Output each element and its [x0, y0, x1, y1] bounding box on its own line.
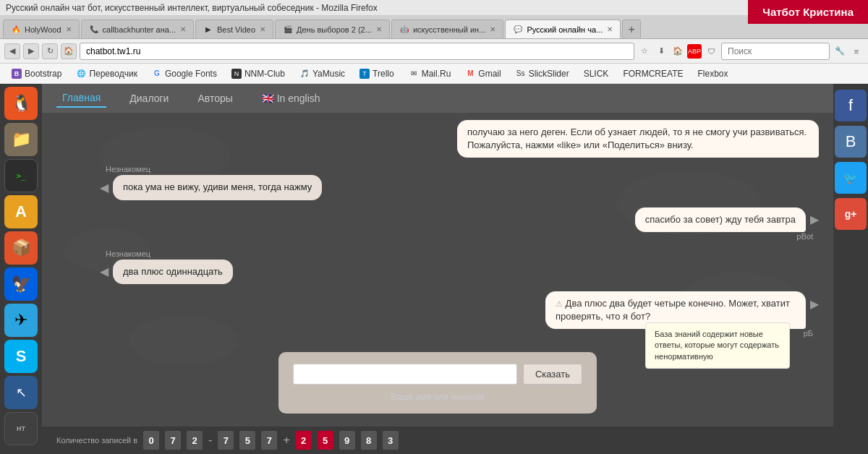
- ubuntu-dock: 🐧 📁 >_ A 📦 🦅 ✈ S ↖ HT: [0, 84, 42, 454]
- tab-hollywood[interactable]: 🔥 HolyWood ✕: [3, 20, 80, 38]
- url-input[interactable]: [80, 43, 634, 60]
- sender-name: Незнакомец: [106, 165, 322, 174]
- home-addr-icon[interactable]: 🏠: [671, 44, 685, 59]
- skype-icon[interactable]: S: [4, 340, 38, 373]
- tab-label: HolyWood: [25, 25, 61, 34]
- tab-favicon: ▶: [203, 25, 213, 35]
- telegram-icon[interactable]: ✈: [4, 304, 38, 337]
- tab-label: День выборов 2 (2...: [297, 25, 372, 34]
- tab-callbackhunter[interactable]: 📞 callbackhunter ана... ✕: [81, 20, 194, 38]
- bookmark-nnm[interactable]: N NNM-Club: [226, 66, 291, 82]
- tab-close[interactable]: ✕: [180, 25, 186, 33]
- send-button[interactable]: Сказать: [523, 364, 582, 385]
- tab-label: Best Video: [217, 25, 255, 34]
- cursor-tool-icon[interactable]: ↖: [4, 376, 38, 409]
- googleplus-button[interactable]: g+: [835, 198, 867, 230]
- tab-dayofvote[interactable]: 🎬 День выборов 2 (2... ✕: [275, 20, 390, 38]
- tab-favicon: 🔥: [11, 25, 21, 35]
- tab-label: Русский онлайн ча...: [527, 25, 603, 34]
- bookmark-slick[interactable]: SLICK: [578, 66, 615, 82]
- message-input[interactable]: [293, 364, 517, 385]
- tab-bestvideo[interactable]: ▶ Best Video ✕: [195, 20, 273, 38]
- bookmark-trello[interactable]: T Trello: [354, 66, 400, 82]
- address-bar: ◀ ▶ ↻ 🏠 ☆ ⬇ 🏠 ABP 🛡 🔧 ≡: [0, 39, 868, 64]
- nav-dialogi[interactable]: Диалоги: [124, 90, 174, 107]
- tab-ai[interactable]: 🤖 искусственный ин... ✕: [391, 20, 503, 38]
- bookmark-flexbox[interactable]: Flexbox: [692, 66, 733, 82]
- tab-close[interactable]: ✕: [260, 25, 265, 33]
- terminal-icon[interactable]: >_: [4, 159, 38, 192]
- nav-avtory[interactable]: Авторы: [192, 90, 238, 107]
- nav-english[interactable]: 🇬🇧 In english: [256, 90, 326, 107]
- httrack-icon[interactable]: HT: [4, 412, 38, 445]
- shield-icon[interactable]: 🛡: [704, 44, 718, 59]
- bookmark-translator[interactable]: 🌐 Переводчик: [70, 66, 143, 82]
- files-icon[interactable]: 📁: [4, 123, 38, 156]
- digit-7b: 7: [218, 431, 234, 450]
- message-group: спасибо за совет) жду тебя завтра ▶ рBot: [635, 207, 819, 242]
- trello-icon: T: [359, 69, 370, 79]
- bookmarks-bar: B Bootstrap 🌐 Переводчик G Google Fonts …: [0, 64, 868, 84]
- bookmark-formcreate[interactable]: FORMCREATE: [617, 66, 689, 82]
- message-row: получаю за него деген. Если об узнает лю…: [56, 120, 819, 158]
- search-input[interactable]: [721, 43, 830, 60]
- tab-close[interactable]: ✕: [490, 25, 495, 33]
- reload-button[interactable]: ↻: [42, 43, 58, 59]
- plus-sep: +: [283, 434, 289, 447]
- bookmark-bootstrap[interactable]: B Bootstrap: [6, 66, 67, 82]
- popup-text: База знаний содержит новые ответы, котор…: [655, 330, 779, 361]
- tab-close[interactable]: ✕: [607, 25, 613, 33]
- input-panel: Сказать Ваше имя или никнейм: [278, 352, 597, 414]
- vkontakte-button[interactable]: В: [835, 126, 867, 158]
- separator: -: [208, 434, 212, 447]
- forward-button[interactable]: ▶: [23, 43, 39, 59]
- new-tab-button[interactable]: +: [622, 20, 641, 38]
- bookmark-mailru[interactable]: ✉ Mail.Ru: [403, 66, 457, 82]
- username-label: Ваше имя или никнейм: [391, 392, 485, 402]
- tab-label: искусственный ин...: [413, 25, 485, 34]
- chat-bubble: спасибо за совет) жду тебя завтра: [635, 207, 806, 232]
- back-button[interactable]: ◀: [4, 43, 20, 59]
- nav-home[interactable]: Главная: [56, 89, 106, 108]
- window-title: Русский онлайн чат бот, искусственный ин…: [6, 3, 378, 13]
- abp-icon[interactable]: ABP: [687, 44, 702, 59]
- address-icons: ☆ ⬇ 🏠 ABP 🛡: [637, 44, 718, 59]
- tab-favicon: 💬: [513, 25, 523, 35]
- chat-area[interactable]: получаю за него деген. Если об узнает лю…: [42, 113, 833, 427]
- bookmark-star-icon[interactable]: ☆: [637, 44, 652, 59]
- software-center-icon[interactable]: 📦: [4, 231, 38, 265]
- menu-icon[interactable]: ≡: [849, 44, 864, 59]
- thunderbird-icon[interactable]: 🦅: [4, 267, 38, 301]
- toolbar-icons: 🔧 ≡: [833, 44, 864, 59]
- bootstrap-icon: B: [12, 69, 22, 79]
- twitter-button[interactable]: 🐦: [835, 162, 867, 194]
- bookmark-slickslider[interactable]: Ss SlickSlider: [510, 66, 575, 82]
- bookmark-yamusic[interactable]: 🎵 YaMusic: [294, 66, 351, 82]
- yamusic-icon: 🎵: [299, 69, 310, 79]
- tab-chatbot[interactable]: 💬 Русский онлайн ча... ✕: [505, 20, 621, 38]
- tab-close[interactable]: ✕: [376, 25, 382, 33]
- download-icon[interactable]: ⬇: [654, 44, 668, 59]
- gmail-icon: M: [465, 69, 475, 79]
- home-button[interactable]: 🏠: [61, 43, 77, 59]
- bookmark-google-fonts[interactable]: G Google Fonts: [146, 66, 223, 82]
- text-editor-icon[interactable]: A: [4, 195, 38, 228]
- bookmark-gmail[interactable]: M Gmail: [459, 66, 506, 82]
- tab-close[interactable]: ✕: [66, 25, 72, 33]
- slickslider-icon: Ss: [516, 69, 526, 79]
- digit-2: 2: [187, 431, 203, 450]
- main-area: 🐧 📁 >_ A 📦 🦅 ✈ S ↖ HT Главная Диалоги Ав…: [0, 84, 868, 454]
- digit-9: 9: [339, 431, 355, 450]
- tab-favicon: 📞: [89, 25, 99, 35]
- bottom-stats: Количество записей в 0 7 2 - 7 5 7 + 2 5…: [42, 427, 833, 454]
- facebook-button[interactable]: f: [835, 90, 867, 121]
- website-content: Главная Диалоги Авторы 🇬🇧 In english Чат…: [42, 84, 833, 454]
- info-popup: База знаний содержит новые ответы, котор…: [645, 322, 790, 369]
- nnm-icon: N: [231, 69, 242, 79]
- ubuntu-icon[interactable]: 🐧: [4, 87, 38, 120]
- digit-3: 3: [383, 431, 399, 450]
- tab-bar: 🔥 HolyWood ✕ 📞 callbackhunter ана... ✕ ▶…: [0, 16, 868, 39]
- title-bar: Русский онлайн чат бот, искусственный ин…: [0, 0, 868, 16]
- tools-icon[interactable]: 🔧: [833, 44, 847, 59]
- input-row: Сказать: [293, 364, 582, 385]
